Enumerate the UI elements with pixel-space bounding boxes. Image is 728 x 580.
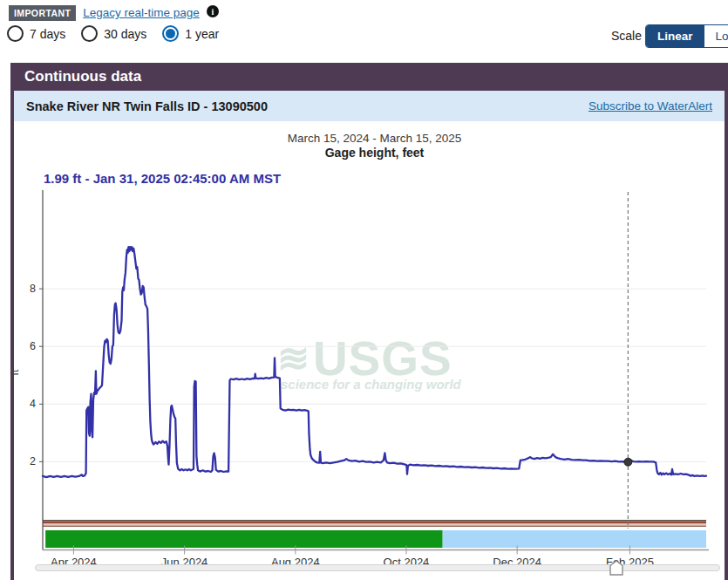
important-badge: IMPORTANT: [9, 5, 76, 21]
chart-tooltip-readout: 1.99 ft - Jan 31, 2025 02:45:00 AM MST: [44, 171, 281, 186]
chart-parameter-title: Gage height, feet: [43, 146, 706, 160]
radio-label: 7 days: [30, 27, 65, 41]
scale-label: Scale: [611, 29, 642, 43]
radio-label: 30 days: [104, 27, 146, 41]
radio-option-30-days[interactable]: 30 days: [81, 25, 146, 42]
radio-label: 1 year: [185, 27, 219, 41]
date-range-slider[interactable]: [35, 564, 720, 571]
slider-handle-icon: [609, 560, 623, 576]
scale-toggle-group: Linear Log: [645, 24, 728, 48]
svg-text:6: 6: [30, 340, 36, 352]
scale-linear-button[interactable]: Linear: [646, 25, 704, 47]
svg-text:4: 4: [30, 398, 36, 410]
scale-log-button[interactable]: Log: [704, 25, 728, 47]
time-range-radio-group: 7 days 30 days 1 year: [7, 25, 219, 42]
y-axis-unit-label: ft: [9, 370, 21, 376]
radio-selected-icon[interactable]: [162, 25, 179, 42]
chart-date-range-title: March 15, 2024 - March 15, 2025: [43, 132, 706, 145]
hydrograph-svg[interactable]: 2468Apr 2024Jun 2024Aug 2024Oct 2024Dec …: [0, 0, 728, 580]
radio-circle-icon[interactable]: [81, 25, 98, 42]
radio-option-7-days[interactable]: 7 days: [7, 25, 65, 42]
svg-text:8: 8: [30, 283, 36, 295]
svg-text:2: 2: [30, 455, 36, 467]
slider-handle[interactable]: [609, 560, 623, 576]
radio-option-1-year[interactable]: 1 year: [162, 25, 219, 42]
radio-circle-icon[interactable]: [7, 25, 24, 42]
legacy-page-link[interactable]: Legacy real-time page: [83, 6, 200, 19]
usgs-monitoring-page: { "top_bar": { "important_badge": "IMPOR…: [0, 0, 728, 580]
info-icon[interactable]: i: [207, 5, 219, 17]
important-row: IMPORTANT Legacy real-time page i: [9, 5, 219, 21]
